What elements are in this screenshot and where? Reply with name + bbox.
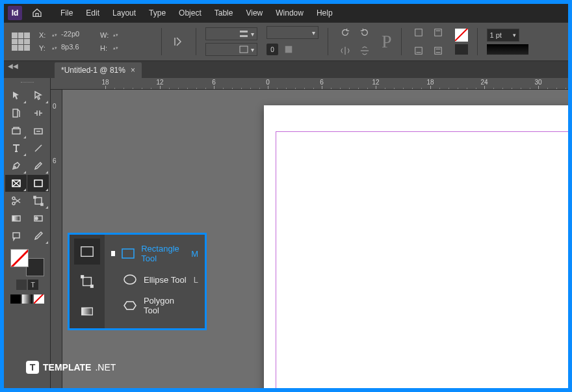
- flyout-preview-gradient[interactable]: [74, 298, 100, 324]
- pen-tool[interactable]: [5, 157, 27, 174]
- w-input[interactable]: [122, 30, 152, 40]
- constrain-icon[interactable]: [171, 34, 187, 49]
- y-label: Y:: [39, 44, 49, 52]
- svg-marker-37: [124, 302, 136, 309]
- flyout-item-rectangle[interactable]: Rectangle Tool M: [105, 239, 205, 268]
- toolbox-grip[interactable]: [5, 81, 49, 86]
- document-tab[interactable]: *Untitled-1 @ 81% ×: [55, 62, 142, 78]
- apply-color-icon[interactable]: [10, 294, 21, 304]
- ruler-h-mark: 12: [372, 79, 379, 86]
- rotate-cw-icon[interactable]: [357, 25, 372, 40]
- gradient-swatch-tool[interactable]: [5, 210, 27, 227]
- y-stepper[interactable]: ▴▾: [52, 44, 58, 53]
- pencil-tool[interactable]: [27, 157, 49, 174]
- vertical-ruler[interactable]: 0 6: [51, 90, 62, 388]
- apply-gradient-icon[interactable]: [22, 294, 32, 304]
- h-stepper[interactable]: ▴▾: [113, 44, 120, 53]
- content-placer-tool[interactable]: [27, 122, 49, 139]
- wrap-icon-1[interactable]: [411, 25, 426, 40]
- reference-point-grid[interactable]: [12, 33, 30, 51]
- wrap-icon-2[interactable]: [430, 25, 446, 40]
- svg-rect-30: [81, 247, 93, 257]
- page-tool[interactable]: [5, 105, 27, 122]
- fill-swatch[interactable]: [455, 29, 468, 42]
- svg-point-36: [124, 275, 136, 284]
- flyout-item-polygon[interactable]: Polygon Tool: [105, 291, 205, 320]
- paragraph-style-icon[interactable]: P: [382, 31, 392, 52]
- type-tool[interactable]: [5, 140, 27, 157]
- eyedropper-tool[interactable]: [27, 228, 49, 244]
- menu-file[interactable]: File: [55, 6, 79, 20]
- watermark-text-thin: .NET: [95, 362, 116, 372]
- shortcut-label: M: [191, 249, 198, 259]
- selection-tool[interactable]: [5, 87, 27, 104]
- workspace: T 18126061218243036 0 6: [4, 78, 568, 388]
- toolbox: T: [4, 78, 51, 388]
- document-page[interactable]: [264, 105, 568, 388]
- stroke-weight-input[interactable]: 1 pt: [487, 29, 519, 42]
- svg-rect-32: [81, 276, 84, 278]
- wrap-icon-4[interactable]: [430, 43, 446, 59]
- stroke-swatch[interactable]: [455, 44, 468, 55]
- ruler-h-mark: 30: [534, 79, 541, 86]
- format-container-icon[interactable]: [16, 280, 27, 290]
- apply-none-icon[interactable]: [34, 294, 44, 304]
- app-frame: Id File Edit Layout Type Object Table Vi…: [4, 4, 568, 388]
- menu-window[interactable]: Window: [270, 6, 309, 20]
- align-dropdown-1[interactable]: [205, 27, 257, 40]
- wrap-icon-3[interactable]: [411, 43, 426, 59]
- flyout-item-ellipse[interactable]: Ellipse Tool L: [105, 268, 205, 291]
- effects-icon[interactable]: [281, 42, 296, 57]
- app-logo[interactable]: Id: [8, 6, 22, 20]
- direct-selection-tool[interactable]: [27, 87, 49, 104]
- rectangle-frame-tool[interactable]: [5, 175, 27, 192]
- line-tool[interactable]: [27, 140, 49, 157]
- content-collector-tool[interactable]: [5, 122, 27, 139]
- separator: [196, 28, 196, 55]
- svg-rect-33: [91, 285, 94, 288]
- transform-tool[interactable]: [27, 192, 49, 209]
- menu-view[interactable]: View: [240, 6, 268, 20]
- menu-type[interactable]: Type: [143, 6, 172, 20]
- gradient-feather-tool[interactable]: [27, 210, 49, 227]
- fill-stroke-swatch[interactable]: [8, 249, 47, 278]
- ruler-h-mark: 6: [320, 79, 324, 86]
- scissors-tool[interactable]: [5, 192, 27, 209]
- ruler-v-mark: 0: [53, 103, 57, 110]
- y-input[interactable]: 8p3.6: [61, 43, 91, 53]
- x-stepper[interactable]: ▴▾: [52, 31, 58, 40]
- svg-point-16: [14, 166, 16, 168]
- gap-tool[interactable]: [27, 105, 49, 122]
- watermark-text-bold: TEMPLATE: [43, 362, 91, 372]
- flyout-label: Ellipse Tool: [144, 275, 187, 285]
- corner-count[interactable]: 0: [266, 44, 278, 55]
- horizontal-ruler[interactable]: 18126061218243036: [51, 78, 568, 90]
- corner-dropdown[interactable]: [266, 26, 318, 39]
- stroke-style-dropdown[interactable]: [487, 44, 528, 55]
- rectangle-tool[interactable]: [27, 175, 49, 192]
- menu-edit[interactable]: Edit: [80, 6, 105, 20]
- flyout-preview-rect[interactable]: [74, 239, 100, 265]
- svg-rect-13: [12, 129, 20, 134]
- menu-layout[interactable]: Layout: [107, 6, 142, 20]
- document-tab-title: *Untitled-1 @ 81%: [61, 66, 125, 75]
- separator: [328, 28, 328, 55]
- panel-collapse-icon[interactable]: ◀◀: [8, 62, 18, 70]
- menu-help[interactable]: Help: [311, 6, 339, 20]
- x-input[interactable]: -22p0: [61, 30, 91, 40]
- format-text-icon[interactable]: T: [28, 280, 38, 290]
- w-stepper[interactable]: ▴▾: [113, 31, 120, 40]
- flyout-preview-transform[interactable]: [74, 268, 100, 294]
- menu-table[interactable]: Table: [209, 6, 239, 20]
- menu-object[interactable]: Object: [173, 6, 207, 20]
- flip-h-icon[interactable]: [337, 43, 353, 59]
- flip-v-icon[interactable]: [357, 43, 372, 59]
- align-dropdown-2[interactable]: [205, 43, 257, 56]
- tab-close-icon[interactable]: ×: [131, 66, 135, 75]
- svg-rect-25: [41, 203, 43, 205]
- rotate-ccw-icon[interactable]: [337, 25, 353, 40]
- h-input[interactable]: [122, 43, 152, 53]
- home-button[interactable]: [29, 6, 46, 20]
- h-label: H:: [100, 44, 110, 52]
- note-tool[interactable]: [5, 228, 27, 244]
